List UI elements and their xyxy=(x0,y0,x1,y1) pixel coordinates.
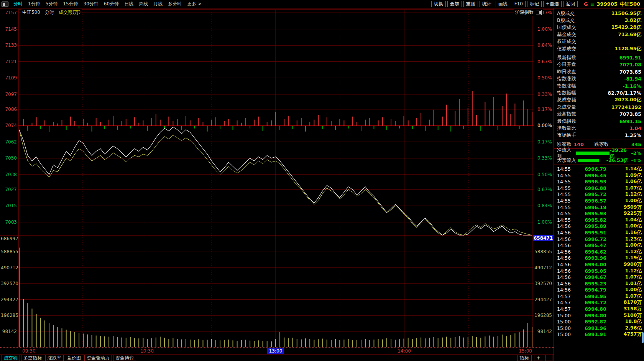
panel-separator xyxy=(554,140,644,140)
tick-price: 6994.62 xyxy=(577,249,614,255)
overlay-index-label[interactable]: 沪深指数 xyxy=(515,9,534,16)
index-quote-row: 总成交额2073.00亿 xyxy=(554,97,644,104)
index-quote-row: 市场换手1.35% xyxy=(554,132,644,139)
toolbar-period-item-0[interactable]: 分时 xyxy=(11,1,25,7)
tick-price: 6995.05 xyxy=(577,268,614,274)
toolbar-action-button-7[interactable]: +自选 xyxy=(543,1,562,7)
toolbar-period-item-4[interactable]: 30分钟 xyxy=(81,1,101,7)
bottom-tab-4[interactable]: 资金驱动力 xyxy=(84,355,112,361)
tick-row[interactable]: 14:556996.931.06亿 xyxy=(554,178,644,185)
chart-metric-label[interactable]: 成交额(万) xyxy=(59,9,80,16)
tick-row[interactable]: 14:576993.951.07亿 xyxy=(554,293,644,300)
toolbar-action-button-1[interactable]: 叠加 xyxy=(447,1,462,7)
time-highlight-badge: 13:00 xyxy=(267,348,284,354)
toolbar-period-item-9[interactable]: 多分时 xyxy=(165,1,184,7)
tick-row[interactable]: 14:556996.199509万 xyxy=(554,204,644,211)
trading-terminal: 分时1分钟5分钟15分钟30分钟60分钟日线周线月线多分时更多 > 切换叠加重播… xyxy=(0,0,644,361)
tick-row[interactable]: 14:556996.451.09亿 xyxy=(554,172,644,179)
index-quote-row-label: 最低指数 xyxy=(557,118,576,125)
tick-row[interactable]: 15:006994.805100万 xyxy=(554,312,644,319)
tick-price: 6995.89 xyxy=(577,223,614,229)
tick-row[interactable]: 14:566995.231.01亿 xyxy=(554,280,644,287)
bottom-tab-5[interactable]: 资金博弈 xyxy=(113,355,136,361)
tick-row[interactable]: 14:556996.571.00亿 xyxy=(554,198,644,204)
time-axis-label-1400: 14:00 xyxy=(394,348,414,354)
bottom-tab-3[interactable]: 竞价图 xyxy=(65,355,83,361)
tick-row[interactable]: 14:576994.728170万 xyxy=(554,300,644,306)
market-turnover-row: A股成交11506.95亿 xyxy=(554,10,644,17)
panel-toggle-icon[interactable] xyxy=(536,10,542,15)
intraday-chart-canvas[interactable] xyxy=(0,8,554,361)
toolbar-period-item-3[interactable]: 15分钟 xyxy=(60,1,80,7)
tick-row[interactable]: 14:566994.791.00亿 xyxy=(554,287,644,293)
toolbar-action-button-2[interactable]: 重播 xyxy=(463,1,478,7)
tick-row[interactable]: 14:566996.721.23亿 xyxy=(554,236,644,242)
scrollbar-thumb[interactable] xyxy=(642,332,644,343)
tick-row[interactable]: 15:006992.8718.8亿 xyxy=(554,318,644,325)
price-axis-label: 7062 xyxy=(0,139,18,145)
indicator-add-button[interactable]: + xyxy=(534,355,543,361)
stock-code: 399905 xyxy=(597,1,618,7)
market-turnover-block: A股成交11506.95亿B股成交3.82亿国债成交15429.28亿基金成交7… xyxy=(554,10,644,52)
tick-row[interactable]: 14:556995.939225万 xyxy=(554,210,644,217)
toolbar-action-button-4[interactable]: 画线 xyxy=(496,1,510,7)
bottom-tab-0[interactable]: 成交额 xyxy=(2,355,20,361)
indicator-select-button[interactable]: 指标 xyxy=(517,355,532,361)
tick-row[interactable]: 14:566994.621.12亿 xyxy=(554,249,644,255)
toolbar-period-item-2[interactable]: 5分钟 xyxy=(43,1,61,7)
window-icon[interactable] xyxy=(2,2,8,7)
tick-row[interactable]: 14:566995.051.12亿 xyxy=(554,268,644,274)
tick-row[interactable]: 15:006991.914757万 xyxy=(554,331,644,338)
index-quote-row: 最新指数6991.91 xyxy=(554,54,644,61)
tick-amount: 1.00亿 xyxy=(614,198,642,204)
toolbar-period-item-6[interactable]: 日线 xyxy=(122,1,136,7)
toolbar-period-item-10[interactable]: 更多 > xyxy=(184,1,204,7)
indicator-remove-button[interactable]: - xyxy=(545,355,552,361)
toolbar-action-button-6[interactable]: 标记 xyxy=(527,1,542,7)
tick-row[interactable]: 14:566995.911.16亿 xyxy=(554,229,644,236)
price-axis-label: 7050 xyxy=(0,155,18,161)
chart-instrument-label: 中证500 xyxy=(22,9,40,16)
bottom-tab-2[interactable]: 涨跌率 xyxy=(45,355,64,361)
toolbar-period-item-7[interactable]: 周线 xyxy=(136,1,151,7)
tick-row[interactable]: 14:566995.891.00亿 xyxy=(554,223,644,230)
toolbar-period-item-1[interactable]: 1分钟 xyxy=(25,1,43,7)
action-toolbar: 切换叠加重播统计画线F10标记+自选返回 xyxy=(430,1,578,7)
tick-time: 14:55 xyxy=(557,179,577,185)
price-axis-label: 7121 xyxy=(0,59,18,64)
toolbar-action-button-0[interactable]: 切换 xyxy=(431,1,446,7)
market-turnover-row: B股成交3.82亿 xyxy=(554,17,644,24)
volume-axis-label-left: 490712 xyxy=(0,265,18,270)
toolbar-action-button-3[interactable]: 统计 xyxy=(480,1,494,7)
tick-price: 6996.93 xyxy=(577,179,614,185)
toolbar-action-button-8[interactable]: 返回 xyxy=(563,1,578,7)
menu-icon[interactable]: ≡ xyxy=(590,1,595,7)
tick-row[interactable]: 14:566994.671.07亿 xyxy=(554,274,644,280)
tick-row[interactable]: 14:566995.471.00亿 xyxy=(554,242,644,249)
tick-amount: 1.04亿 xyxy=(614,217,642,223)
time-axis-label-0930: 09:30 xyxy=(22,348,36,354)
price-axis-label: 7086 xyxy=(0,107,18,112)
percent-axis-label: 0.50% xyxy=(534,172,553,177)
index-quote-row-label: 总成交额 xyxy=(557,97,576,103)
price-axis-label: 7074 xyxy=(0,123,18,128)
tick-row[interactable]: 15:006991.962.96亿 xyxy=(554,325,644,331)
tick-row[interactable]: 14:556995.721.12亿 xyxy=(554,191,644,198)
tick-row[interactable]: 14:576994.803158万 xyxy=(554,306,644,312)
tick-row[interactable]: 14:566994.009900万 xyxy=(554,261,644,268)
market-turnover-row-value: 15429.28亿 xyxy=(611,24,641,31)
tick-amount: 5100万 xyxy=(614,312,642,319)
toolbar-period-item-5[interactable]: 60分钟 xyxy=(101,1,122,7)
tick-time: 14:56 xyxy=(557,223,577,229)
tick-price: 6994.00 xyxy=(577,262,614,267)
tick-row[interactable]: 14:556996.881.07亿 xyxy=(554,185,644,191)
bottom-tab-1[interactable]: 多空指标 xyxy=(21,355,44,361)
tick-time: 15:00 xyxy=(557,313,577,318)
toolbar-period-item-8[interactable]: 月线 xyxy=(151,1,165,7)
index-quote-row-label: 今日开盘 xyxy=(557,61,576,68)
tick-row[interactable]: 14:556995.821.04亿 xyxy=(554,217,644,223)
tick-row[interactable]: 14:566993.961.19亿 xyxy=(554,255,644,262)
index-quote-row-label: 指数涨幅 xyxy=(557,83,576,89)
toolbar-action-button-5[interactable]: F10 xyxy=(512,1,526,7)
tick-row[interactable]: 14:556996.791.14亿 xyxy=(554,166,644,172)
